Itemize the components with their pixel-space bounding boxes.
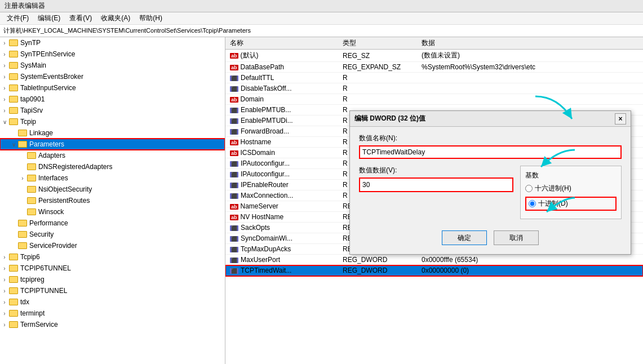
- tree-item-interfaces[interactable]: ›Interfaces: [0, 172, 225, 184]
- dialog-value-input[interactable]: [359, 177, 513, 192]
- tree-item-tcpipreg[interactable]: ›tcpipreg: [0, 274, 225, 285]
- left-panel[interactable]: ›SynTP›SynTPEnhService›SysMain›SystemEve…: [0, 37, 225, 364]
- dword-icon: ⬛: [230, 247, 238, 252]
- tree-label-tapisrv: TapiSrv: [20, 106, 43, 114]
- dialog-row: 数值数据(V): 基数 十六进制(H) 十进制(D): [359, 166, 622, 219]
- tree-arrow-sysmain: ›: [0, 63, 9, 69]
- tree-item-tdx[interactable]: ›tdx: [0, 296, 225, 308]
- folder-icon-syntp: [9, 38, 18, 47]
- decimal-label: 十进制(D): [538, 199, 568, 208]
- tree-arrow-terminpt: ›: [0, 310, 9, 317]
- tree-item-linkage[interactable]: Linkage: [0, 127, 225, 139]
- dialog-close-button[interactable]: ×: [615, 113, 626, 125]
- folder-icon-interfaces: [27, 174, 36, 183]
- folder-icon-sysmain: [9, 61, 18, 70]
- decimal-radio[interactable]: [529, 200, 536, 207]
- tree-item-syntpenhservice[interactable]: ›SynTPEnhService: [0, 48, 225, 60]
- tree-item-parameters[interactable]: ∨Parameters: [0, 139, 225, 150]
- menu-bar: 文件(F) 编辑(E) 查看(V) 收藏夹(A) 帮助(H): [0, 12, 643, 25]
- tree-arrow-syntpenhservice: ›: [0, 51, 9, 57]
- tree-item-tcpip6[interactable]: ›Tcpip6: [0, 251, 225, 263]
- reg-data: %SystemRoot%\System32\drivers\etc: [417, 62, 643, 73]
- tree-item-performance[interactable]: Performance: [0, 217, 225, 229]
- tree-item-tapisrv[interactable]: ›TapiSrv: [0, 105, 225, 116]
- tree-item-systemeventbroker[interactable]: ›SystemEventsBroker: [0, 71, 225, 82]
- tree-item-winsock[interactable]: Winsock: [0, 206, 225, 217]
- folder-icon-serviceprovider: [18, 241, 27, 250]
- table-row[interactable]: abDataBasePathREG_EXPAND_SZ%SystemRoot%\…: [225, 62, 643, 73]
- reg-name: ⬛MaxConnection...: [225, 190, 338, 201]
- tree-item-tabletinputservice[interactable]: ›TabletInputService: [0, 82, 225, 94]
- tree-item-tcpip6tunnel[interactable]: ›TCPIP6TUNNEL: [0, 263, 225, 274]
- reg-data: [417, 73, 643, 83]
- table-row[interactable]: ⬛DefaultTTLR: [225, 73, 643, 83]
- tree-label-tcpip: Tcpip: [20, 118, 36, 126]
- menu-view[interactable]: 查看(V): [65, 12, 96, 24]
- dialog-buttons: 确定 取消: [359, 226, 622, 247]
- tree-item-tcpip[interactable]: ∨Tcpip: [0, 116, 225, 127]
- tree-label-parameters: Parameters: [29, 140, 64, 148]
- dword-icon: ⬛: [230, 268, 238, 274]
- tree-item-termservice[interactable]: ›TermService: [0, 319, 225, 330]
- decimal-radio-row[interactable]: 十进制(D): [525, 197, 617, 211]
- table-row[interactable]: ab(默认)REG_SZ(数值未设置): [225, 50, 643, 62]
- folder-icon-winsock: [27, 207, 36, 216]
- table-row[interactable]: abDomainR: [225, 94, 643, 105]
- table-row[interactable]: ⬛DisableTaskOff...R: [225, 83, 643, 94]
- tree-label-serviceprovider: ServiceProvider: [29, 242, 77, 250]
- reg-data: 0x00000000 (0): [417, 265, 643, 276]
- hex-radio-row[interactable]: 十六进制(H): [525, 184, 617, 193]
- col-type: 类型: [338, 37, 417, 50]
- tree-item-tcpiptunnel[interactable]: ›TCPIPTUNNEL: [0, 285, 225, 296]
- reg-type: REG_DWORD: [338, 265, 417, 276]
- folder-icon-tcpipreg: [9, 275, 18, 284]
- reg-type: REG_DWORD: [338, 255, 417, 265]
- folder-icon-termservice: [9, 320, 18, 329]
- tree-item-persistentroutes[interactable]: PersistentRoutes: [0, 195, 225, 206]
- reg-type: R: [338, 94, 417, 105]
- tree-item-nsiobjectsecurity[interactable]: NsiObjectSecurity: [0, 184, 225, 195]
- dialog-name-input[interactable]: [359, 145, 622, 159]
- tree-item-tap0901[interactable]: ›tap0901: [0, 94, 225, 105]
- menu-favorites[interactable]: 收藏夹(A): [96, 12, 135, 24]
- folder-icon-tdx: [9, 298, 18, 307]
- tree-label-nsiobjectsecurity: NsiObjectSecurity: [38, 185, 92, 193]
- tree-item-syntp[interactable]: ›SynTP: [0, 37, 225, 48]
- tree-item-adapters[interactable]: Adapters: [0, 150, 225, 161]
- right-panel[interactable]: 名称 类型 数据 ab(默认)REG_SZ(数值未设置)abDataBasePa…: [225, 37, 643, 364]
- tree-item-serviceprovider[interactable]: ServiceProvider: [0, 240, 225, 251]
- tree-arrow-tabletinputservice: ›: [0, 85, 9, 91]
- cancel-button[interactable]: 取消: [494, 230, 539, 245]
- table-row[interactable]: ⬛MaxUserPortREG_DWORD0x0000fffe (65534): [225, 255, 643, 265]
- tree-arrow-syntp: ›: [0, 40, 9, 46]
- tree-arrow-tcpip6: ›: [0, 254, 9, 260]
- dword-icon: ⬛: [230, 193, 238, 199]
- reg-name: ⬛TCPTimedWait...: [225, 265, 338, 276]
- reg-name: ⬛MaxUserPort: [225, 255, 338, 265]
- tree-item-security[interactable]: Security: [0, 229, 225, 240]
- tree-item-dnsregisteredadapters[interactable]: DNSRegisteredAdapters: [0, 161, 225, 172]
- dword-icon: ⬛: [230, 258, 238, 263]
- folder-icon-terminpt: [9, 309, 18, 318]
- tree-arrow-tapisrv: ›: [0, 108, 9, 114]
- tree-item-terminpt[interactable]: ›terminpt: [0, 308, 225, 319]
- menu-file[interactable]: 文件(F): [2, 12, 33, 24]
- tree-label-tap0901: tap0901: [20, 95, 45, 103]
- dword-icon: ⬛: [230, 236, 238, 242]
- reg-type: R: [338, 83, 417, 94]
- reg-type: REG_EXPAND_SZ: [338, 62, 417, 73]
- tree-arrow-parameters: ∨: [9, 141, 18, 148]
- hex-radio[interactable]: [525, 185, 533, 192]
- reg-name: ⬛DisableTaskOff...: [225, 83, 338, 94]
- table-row[interactable]: ⬛TCPTimedWait...REG_DWORD0x00000000 (0): [225, 265, 643, 276]
- menu-help[interactable]: 帮助(H): [135, 12, 167, 24]
- folder-icon-parameters: [18, 140, 27, 149]
- menu-edit[interactable]: 编辑(E): [33, 12, 65, 24]
- ab-icon: ab: [230, 140, 238, 145]
- tree-arrow-tcpiptunnel: ›: [0, 288, 9, 294]
- ok-button[interactable]: 确定: [442, 230, 487, 245]
- tree-label-performance: Performance: [29, 219, 68, 227]
- tree-item-sysmain[interactable]: ›SysMain: [0, 60, 225, 71]
- dword-icon: ⬛: [230, 225, 238, 231]
- dialog-value-label: 数值数据(V):: [359, 166, 513, 175]
